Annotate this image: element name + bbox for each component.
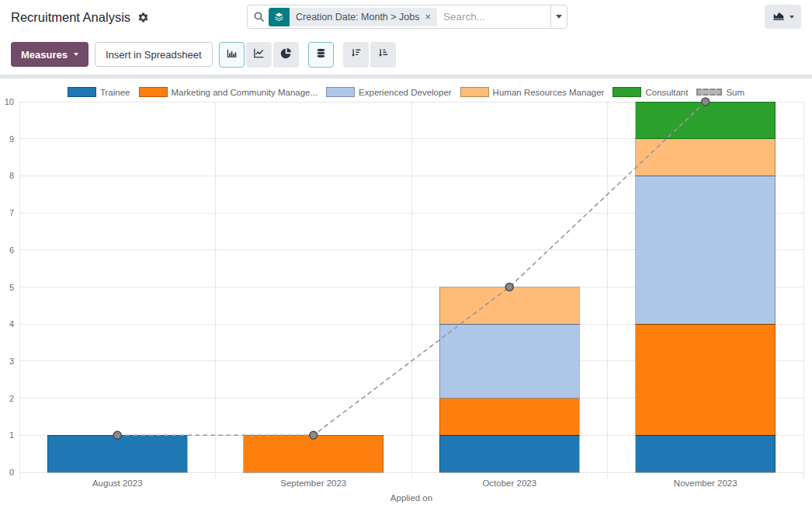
sum-point[interactable] xyxy=(702,98,710,106)
x-tick-label: November 2023 xyxy=(674,478,737,488)
bar-chart-icon xyxy=(225,47,238,62)
groupby-layers-icon xyxy=(269,8,290,26)
y-tick-label: 1 xyxy=(9,430,14,440)
stacked-icon xyxy=(314,47,328,62)
legend-swatch xyxy=(696,89,722,96)
legend-swatch xyxy=(326,87,355,97)
y-tick-label: 4 xyxy=(9,319,14,329)
bar-segment[interactable] xyxy=(439,287,579,325)
legend-item[interactable]: Consultant xyxy=(612,87,688,97)
y-tick-label: 2 xyxy=(9,394,14,403)
bar-segment[interactable] xyxy=(636,102,776,139)
legend-label: Sum xyxy=(726,88,744,97)
legend-swatch xyxy=(612,87,641,97)
bar-segment[interactable] xyxy=(636,435,776,472)
y-tick-label: 6 xyxy=(9,245,14,255)
legend-item[interactable]: Marketing and Community Manage... xyxy=(139,87,318,97)
sort-asc-icon xyxy=(377,47,390,62)
pie-chart-button[interactable] xyxy=(273,42,299,68)
legend-swatch xyxy=(460,87,489,97)
settings-gear-icon[interactable] xyxy=(137,12,149,23)
search-dropdown-toggle[interactable] xyxy=(550,5,567,28)
bar-segment[interactable] xyxy=(636,139,776,176)
chevron-down-icon xyxy=(789,16,794,19)
pie-chart-icon xyxy=(279,47,293,62)
stacked-button[interactable] xyxy=(308,42,334,68)
bar-segment[interactable] xyxy=(439,398,579,436)
graph-view: Trainee Marketing and Community Manage..… xyxy=(0,78,812,508)
page-title: Recruitment Analysis xyxy=(11,10,130,25)
top-bar: Recruitment Analysis Creation Date: Mont… xyxy=(0,0,812,34)
area-chart-icon xyxy=(772,9,786,25)
search-input[interactable] xyxy=(437,11,550,23)
measures-button[interactable]: Measures xyxy=(11,42,88,67)
y-tick-label: 5 xyxy=(9,283,14,292)
facet-label: Creation Date: Month > Jobs xyxy=(296,12,419,23)
facet-remove-icon[interactable]: × xyxy=(425,12,431,22)
sort-descending-button[interactable] xyxy=(343,42,369,68)
bar-segment[interactable] xyxy=(439,324,579,398)
legend-item[interactable]: Trainee xyxy=(68,87,130,97)
sort-desc-icon xyxy=(349,47,363,62)
legend-label: Trainee xyxy=(100,88,130,97)
legend-label: Marketing and Community Manage... xyxy=(172,88,318,97)
x-tick-label: August 2023 xyxy=(92,478,143,488)
x-tick-label: September 2023 xyxy=(280,478,346,488)
y-tick-label: 0 xyxy=(9,468,14,477)
app-root: Recruitment Analysis Creation Date: Mont… xyxy=(0,0,812,508)
y-tick-label: 3 xyxy=(9,357,14,366)
x-tick-label: October 2023 xyxy=(482,478,536,488)
line-chart-icon xyxy=(252,47,265,62)
legend-swatch xyxy=(139,87,168,97)
line-chart-button[interactable] xyxy=(246,42,272,68)
stack-group xyxy=(308,42,334,68)
bar-segment[interactable] xyxy=(636,324,776,435)
search-facet[interactable]: Creation Date: Month > Jobs × xyxy=(269,8,437,26)
legend-label: Human Resources Manager xyxy=(493,88,605,97)
sum-point[interactable] xyxy=(310,431,318,439)
breadcrumb: Recruitment Analysis xyxy=(11,10,149,25)
search-bar[interactable]: Creation Date: Month > Jobs × xyxy=(247,5,567,29)
chevron-down-icon xyxy=(74,53,78,56)
search-icon xyxy=(253,11,265,23)
y-tick-label: 9 xyxy=(9,134,14,144)
bar-segment[interactable] xyxy=(47,435,187,472)
legend-item[interactable]: Human Resources Manager xyxy=(460,87,605,97)
sort-group xyxy=(343,42,396,68)
bar-segment[interactable] xyxy=(439,435,579,472)
legend-label: Consultant xyxy=(645,88,688,97)
facet-body: Creation Date: Month > Jobs × xyxy=(290,8,437,26)
x-axis-title: Applied on xyxy=(390,493,432,503)
chart-type-group xyxy=(219,42,299,68)
legend-item[interactable]: Experienced Developer xyxy=(326,87,452,97)
y-tick-label: 8 xyxy=(9,171,14,180)
bar-segment[interactable] xyxy=(636,176,776,324)
chart-canvas: 012345678910August 2023September 2023Oct… xyxy=(0,94,812,508)
y-tick-label: 10 xyxy=(5,97,14,106)
measures-label: Measures xyxy=(21,49,68,61)
legend-item[interactable]: Sum xyxy=(696,88,744,97)
insert-in-spreadsheet-button[interactable]: Insert in Spreadsheet xyxy=(95,42,213,67)
graph-view-switcher-button[interactable] xyxy=(765,5,801,29)
y-tick-label: 7 xyxy=(9,208,14,217)
sum-point[interactable] xyxy=(505,284,513,291)
sum-point[interactable] xyxy=(113,431,121,439)
legend-swatch xyxy=(68,87,96,97)
bar-segment[interactable] xyxy=(244,435,383,472)
legend-label: Experienced Developer xyxy=(359,88,452,97)
bar-chart-button[interactable] xyxy=(219,42,245,68)
control-toolbar: Measures Insert in Spreadsheet xyxy=(0,34,812,75)
sort-ascending-button[interactable] xyxy=(370,42,396,68)
